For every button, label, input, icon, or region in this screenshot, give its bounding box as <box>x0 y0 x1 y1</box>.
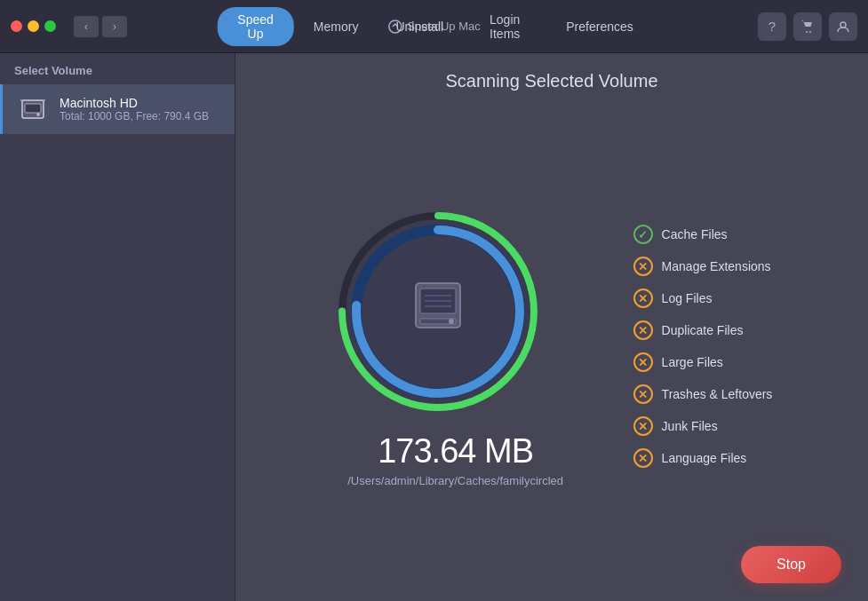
circular-progress <box>331 205 545 418</box>
window-controls <box>11 20 56 32</box>
result-icon-extensions: ✕ <box>633 257 653 276</box>
result-item-cache: ✓ Cache Files <box>633 225 773 244</box>
cart-icon <box>800 20 815 34</box>
result-label-cache: Cache Files <box>662 227 728 241</box>
result-label-extensions: Manage Extensions <box>662 259 771 273</box>
center-row: 173.64 MB /Users/admin/Library/Caches/fa… <box>235 118 868 592</box>
maximize-button[interactable] <box>44 20 56 32</box>
tab-speedup[interactable]: Speed Up <box>217 7 294 46</box>
close-button[interactable] <box>11 20 22 32</box>
scan-results-list: ✓ Cache Files ✕ Manage Extensions ✕ Log … <box>633 225 773 468</box>
result-label-language: Language Files <box>662 451 747 465</box>
nav-back-forward: ‹ › <box>74 16 127 37</box>
scan-title: Scanning Selected Volume <box>445 71 657 91</box>
svg-point-2 <box>809 31 811 33</box>
minimize-button[interactable] <box>28 20 39 32</box>
result-icon-junk: ✕ <box>633 416 653 436</box>
title-bar: ‹ › SpeedUp Mac Speed Up Memory Uninstal… <box>0 0 868 53</box>
scan-path: /Users/admin/Library/Caches/familycircle… <box>347 474 563 487</box>
sidebar: Select Volume Macintosh HD Total: 1000 G… <box>0 53 235 601</box>
result-item-trashes: ✕ Trashes & Leftovers <box>633 384 773 404</box>
sidebar-item-text: Macintosh HD Total: 1000 GB, Free: 790.4… <box>60 96 209 123</box>
result-icon-log: ✕ <box>633 289 653 308</box>
result-label-junk: Junk Files <box>662 419 718 433</box>
svg-point-3 <box>840 22 846 28</box>
svg-rect-5 <box>25 104 41 113</box>
hd-icon <box>402 274 474 345</box>
account-button[interactable] <box>829 12 857 41</box>
right-icons: ? <box>758 12 857 41</box>
tab-bar: Speed Up Memory Uninstall Login Items Pr… <box>217 7 651 46</box>
tab-memory[interactable]: Memory <box>296 14 377 39</box>
result-icon-language: ✕ <box>633 448 653 468</box>
sidebar-header: Select Volume <box>0 53 235 84</box>
result-label-trashes: Trashes & Leftovers <box>662 387 773 401</box>
back-button[interactable]: ‹ <box>74 16 99 37</box>
tab-login-items[interactable]: Login Items <box>463 7 546 46</box>
result-item-large: ✕ Large Files <box>633 352 773 372</box>
svg-point-1 <box>806 31 808 33</box>
tab-uninstall[interactable]: Uninstall <box>378 14 461 39</box>
sidebar-item-macintosh-hd[interactable]: Macintosh HD Total: 1000 GB, Free: 790.4… <box>0 84 235 134</box>
content-inner: Scanning Selected Volume <box>235 53 868 601</box>
result-icon-cache: ✓ <box>633 225 653 244</box>
disk-icon <box>17 93 49 125</box>
result-icon-large: ✕ <box>633 352 653 372</box>
result-label-large: Large Files <box>662 355 723 369</box>
tab-preferences[interactable]: Preferences <box>548 14 650 39</box>
disk-info: Total: 1000 GB, Free: 790.4 GB <box>60 110 209 123</box>
content-area: Scanning Selected Volume <box>235 53 868 601</box>
help-button[interactable]: ? <box>758 12 786 41</box>
stop-button-container: Stop <box>741 546 841 583</box>
user-icon <box>836 20 850 34</box>
result-item-log: ✕ Log Files <box>633 289 773 308</box>
stop-button[interactable]: Stop <box>741 546 841 583</box>
result-label-log: Log Files <box>662 291 713 305</box>
result-icon-trashes: ✕ <box>633 384 653 404</box>
scan-size-area: 173.64 MB /Users/admin/Library/Caches/fa… <box>347 432 563 487</box>
result-item-junk: ✕ Junk Files <box>633 416 773 436</box>
forward-button[interactable]: › <box>102 16 127 37</box>
cart-button[interactable] <box>793 12 822 41</box>
result-icon-duplicate: ✕ <box>633 320 653 340</box>
center-disk-icon <box>402 274 474 349</box>
result-item-language: ✕ Language Files <box>633 448 773 468</box>
disk-name: Macintosh HD <box>60 96 209 110</box>
result-item-duplicate: ✕ Duplicate Files <box>633 320 773 340</box>
svg-point-21 <box>449 319 454 324</box>
main-layout: Select Volume Macintosh HD Total: 1000 G… <box>0 53 868 601</box>
svg-point-6 <box>36 113 40 116</box>
result-item-extensions: ✕ Manage Extensions <box>633 257 773 276</box>
result-label-duplicate: Duplicate Files <box>662 323 744 337</box>
scan-size: 173.64 MB <box>347 432 563 471</box>
